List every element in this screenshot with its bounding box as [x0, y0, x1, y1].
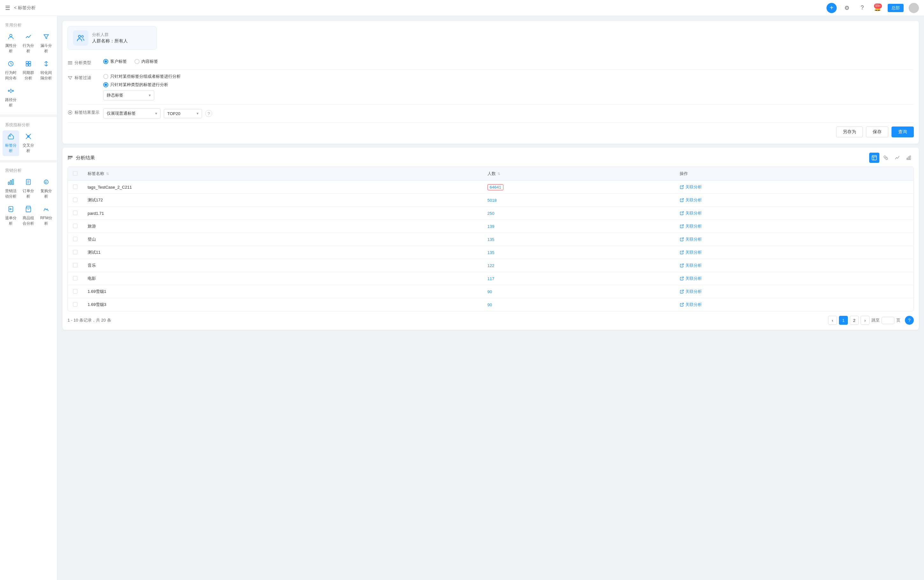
sidebar-item-attribute[interactable]: 属性分析: [3, 31, 19, 56]
tag-type-select[interactable]: 静态标签 ▾: [103, 90, 154, 101]
row-checkbox-2[interactable]: [73, 211, 77, 215]
sidebar-item-cohort[interactable]: 同期群分析: [20, 58, 37, 84]
row-checkbox-9[interactable]: [73, 302, 77, 306]
row-checkbox-4[interactable]: [73, 237, 77, 241]
view-line-button[interactable]: [892, 153, 902, 163]
sidebar-item-cohort-label: 同期群分析: [22, 70, 36, 81]
tag-filter-text: 标签过滤: [74, 75, 91, 81]
radio-content-tag-circle: [135, 59, 140, 64]
row-count-6: 122: [487, 263, 495, 268]
sidebar-item-return-label: 退单分析: [4, 216, 18, 226]
sidebar: 常用分析 属性分析 行为分析 漏斗分析: [0, 16, 58, 580]
row-checkbox-7[interactable]: [73, 276, 77, 280]
back-button[interactable]: < 标签分析: [14, 5, 36, 11]
row-action-0[interactable]: 关联分析: [680, 184, 908, 190]
sidebar-item-behavior-label: 行为分析: [22, 43, 36, 54]
table-header-name: 标签名称 ⇅: [82, 167, 482, 181]
row-checkbox-1[interactable]: [73, 198, 77, 202]
sidebar-item-repurchase[interactable]: ¥ 复购分析: [38, 176, 54, 202]
view-bar-button[interactable]: [904, 153, 914, 163]
table-row: 电影 117 关联分析: [68, 272, 914, 285]
pagination-help-icon[interactable]: ?: [905, 316, 914, 325]
pagination-controls: ‹ 1 2 › 跳至 页 ?: [828, 316, 914, 325]
sidebar-item-campaign[interactable]: 营销活动分析: [3, 176, 19, 202]
row-action-8[interactable]: 关联分析: [680, 289, 908, 295]
count-sort-icon[interactable]: ⇅: [497, 172, 500, 176]
goto-label: 跳至: [871, 317, 880, 323]
next-page-button[interactable]: ›: [861, 316, 870, 325]
sidebar-item-conversion[interactable]: 转化间隔分析: [38, 58, 54, 84]
dept-button[interactable]: 总部: [888, 4, 904, 12]
sidebar-item-product-combo[interactable]: 商品组合分析: [20, 203, 37, 229]
row-action-4[interactable]: 关联分析: [680, 236, 908, 242]
row-action-7[interactable]: 关联分析: [680, 276, 908, 282]
view-group-button[interactable]: [881, 153, 891, 163]
row-action-6[interactable]: 关联分析: [680, 263, 908, 269]
svg-rect-24: [872, 155, 876, 160]
row-name-4: 登山: [82, 233, 482, 246]
row-count-9: 90: [487, 302, 492, 307]
top-count-select[interactable]: TOP20 ▾: [164, 109, 202, 118]
row-checkbox-5[interactable]: [73, 250, 77, 254]
svg-rect-19: [68, 61, 72, 62]
sidebar-item-rfm[interactable]: RFM分析: [38, 203, 54, 229]
svg-rect-12: [12, 180, 13, 185]
radio-filter-group[interactable]: 只针对某些标签分组或者标签进行分析: [103, 74, 914, 79]
row-action-1[interactable]: 关联分析: [680, 197, 908, 203]
row-action-9[interactable]: 关联分析: [680, 302, 908, 308]
row-count-8: 90: [487, 289, 492, 294]
add-button[interactable]: +: [827, 3, 837, 13]
common-analysis-grid: 属性分析 行为分析 漏斗分析 行为时间分布: [0, 29, 57, 112]
tag-result-help-icon[interactable]: ?: [205, 110, 212, 117]
help-icon[interactable]: ?: [857, 3, 867, 13]
repurchase-icon: ¥: [43, 178, 50, 187]
page-input[interactable]: [881, 317, 894, 324]
radio-filter-type-label: 只针对某种类型的标签进行分析: [110, 82, 168, 87]
analysis-group-icon: [73, 30, 88, 46]
sidebar-item-cross[interactable]: 交叉分析: [20, 130, 37, 156]
analysis-group-info: 分析人群 人群名称：所有人: [92, 32, 128, 44]
prev-page-button[interactable]: ‹: [828, 316, 837, 325]
sidebar-item-behavior[interactable]: 行为分析: [20, 31, 37, 56]
row-checkbox-6[interactable]: [73, 263, 77, 267]
row-action-5[interactable]: 关联分析: [680, 249, 908, 255]
save-as-button[interactable]: 另存为: [836, 127, 863, 137]
svg-point-25: [884, 156, 886, 158]
select-all-checkbox[interactable]: [73, 171, 77, 176]
settings-icon[interactable]: ⚙: [842, 3, 852, 13]
menu-icon[interactable]: ☰: [5, 5, 10, 12]
svg-rect-28: [908, 157, 909, 160]
sidebar-item-funnel[interactable]: 漏斗分析: [38, 31, 54, 56]
save-button[interactable]: 保存: [866, 127, 888, 137]
view-table-button[interactable]: [869, 153, 880, 163]
page-1-button[interactable]: 1: [839, 316, 848, 325]
time-dist-icon: [7, 60, 14, 69]
svg-text:¥: ¥: [44, 181, 47, 184]
avatar[interactable]: [909, 3, 919, 13]
sidebar-item-time-dist[interactable]: 行为时间分布: [3, 58, 19, 84]
radio-filter-type[interactable]: 只针对某种类型的标签进行分析: [103, 82, 914, 87]
row-action-3[interactable]: 关联分析: [680, 223, 908, 229]
radio-customer-tag[interactable]: 客户标签: [103, 59, 127, 64]
tag-filter-label: 标签过滤: [67, 74, 99, 81]
sidebar-item-path[interactable]: 路径分析: [3, 85, 19, 110]
notification-icon[interactable]: 🔔 99+: [872, 3, 883, 13]
row-action-2[interactable]: 关联分析: [680, 210, 908, 216]
sidebar-item-conversion-label: 转化间隔分析: [39, 70, 53, 81]
sidebar-item-cross-label: 交叉分析: [22, 143, 36, 153]
sidebar-item-tag[interactable]: 标签分析: [3, 130, 19, 156]
tag-result-text: 标签结果显示: [74, 110, 99, 115]
radio-content-tag[interactable]: 内容标签: [135, 59, 158, 64]
row-checkbox-8[interactable]: [73, 289, 77, 293]
table-header-checkbox: [68, 167, 82, 181]
radio-filter-type-circle: [103, 82, 109, 87]
name-sort-icon[interactable]: ⇅: [106, 172, 109, 176]
analysis-type-label: 分析类型: [67, 59, 99, 66]
row-checkbox-3[interactable]: [73, 224, 77, 228]
page-2-button[interactable]: 2: [850, 316, 859, 325]
sidebar-item-order[interactable]: 订单分析: [20, 176, 37, 202]
row-checkbox-0[interactable]: [73, 185, 77, 189]
sidebar-item-return[interactable]: 退单分析: [3, 203, 19, 229]
query-button[interactable]: 查询: [891, 127, 914, 137]
tag-display-select[interactable]: 仅展现普通标签 ▾: [103, 108, 161, 119]
